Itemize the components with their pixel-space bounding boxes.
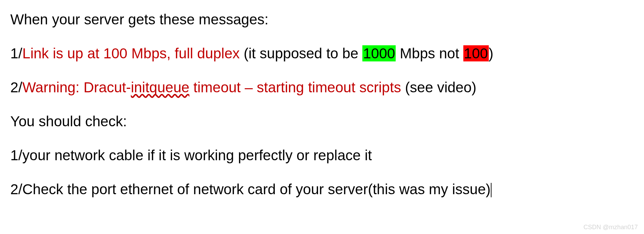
watermark: CSDN @mzhan017	[584, 223, 638, 232]
text: 1/your network cable if it is working pe…	[10, 147, 372, 163]
text: 2/Check the port ethernet of network car…	[10, 181, 490, 197]
highlight-red: 100	[463, 45, 489, 61]
doc-line-4: You should check:	[10, 110, 634, 132]
list-prefix: 1/	[10, 45, 22, 61]
text: You should check:	[10, 113, 127, 129]
error-text: Link is up at 100 Mbps, full duplex	[22, 45, 240, 61]
highlight-green: 1000	[362, 45, 396, 61]
text-cursor	[491, 183, 492, 197]
doc-line-3: 2/Warning: Dracut-initqueue timeout – st…	[10, 77, 634, 98]
doc-line-2: 1/Link is up at 100 Mbps, full duplex (i…	[10, 43, 634, 64]
doc-line-6: 2/Check the port ethernet of network car…	[10, 178, 634, 200]
doc-line-1: When your server gets these messages:	[10, 9, 634, 30]
text: (see video)	[401, 79, 476, 95]
list-prefix: 2/	[10, 79, 22, 95]
text: When your server gets these messages:	[10, 11, 269, 27]
error-text: Warning: Dracut-initqueue timeout – star…	[22, 79, 401, 95]
doc-line-5: 1/your network cable if it is working pe…	[10, 144, 634, 166]
spellcheck-squiggle: initqueue	[131, 79, 189, 95]
text: )	[489, 45, 494, 61]
text: (it supposed to be	[240, 45, 362, 61]
text: Mbps not	[396, 45, 463, 61]
